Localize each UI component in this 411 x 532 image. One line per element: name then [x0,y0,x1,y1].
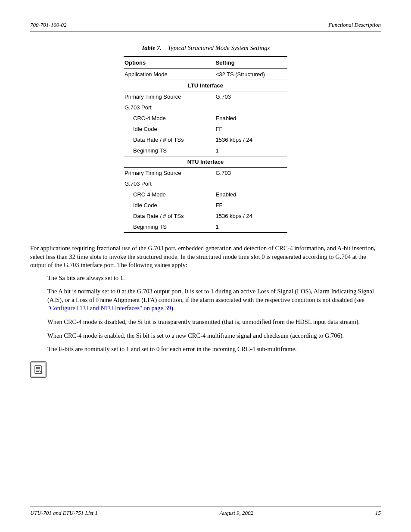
table-row: Primary Timing Source G.703 [124,91,287,103]
footer-product: UTU-701 and ETU-751 List 1 [30,510,98,516]
cell-option: Idle Code [124,200,207,211]
cell-option: Data Rate / # of TSs [124,134,207,145]
bullet-text-b: ). [171,305,174,311]
settings-table: Options Setting Application Mode <32 TS … [124,56,287,233]
table-header-row: Options Setting [124,56,287,69]
paragraph-intro: For applications requiring fractional us… [30,244,381,270]
table-title-text: Typical Structured Mode System Settings [168,44,270,51]
section-label: LTU Interface [124,80,287,91]
cell-option: G.703 Port [124,102,207,113]
table-row: Idle Code FF [124,200,287,211]
cross-reference-link[interactable]: "Configure LTU and NTU Interfaces" on pa… [47,305,171,311]
table-row: Data Rate / # of TSs 1536 kbps / 24 [124,211,287,221]
cell-setting: FF [207,200,287,211]
cell-option: Beginning TS [124,145,207,156]
header-section-title: Functional Description [328,22,381,28]
page-footer: UTU-701 and ETU-751 List 1 August 9, 200… [30,507,381,516]
header-doc-number: 700-701-100-02 [30,22,67,28]
cell-setting: <32 TS (Structured) [207,69,287,80]
table-row: Data Rate / # of TSs 1536 kbps / 24 [124,134,287,145]
table-row: Idle Code FF [124,124,287,134]
cell-option: Primary Timing Source [124,91,207,103]
cell-setting: G.703 [207,91,287,103]
cell-setting [207,178,287,189]
table-row: CRC-4 Mode Enabled [124,189,287,200]
cell-setting: FF [207,124,287,134]
list-item: When CRC-4 mode is enabled, the Si bit i… [47,332,381,340]
list-item: The A bit is normally set to 0 at the G.… [47,287,381,313]
values-list: The Sa bits are always set to 1. The A b… [30,274,381,354]
cell-setting: 1 [207,221,287,233]
cell-option: CRC-4 Mode [124,113,207,124]
cell-option: Idle Code [124,124,207,134]
list-item: When CRC-4 mode is disabled, the Si bit … [47,318,381,327]
table-row: Primary Timing Source G.703 [124,168,287,179]
table-row: Beginning TS 1 [124,145,287,156]
table-row: Application Mode <32 TS (Structured) [124,69,287,80]
table-label: Table 7. [141,44,162,51]
cell-setting [207,102,287,113]
cell-setting: 1536 kbps / 24 [207,211,287,221]
cell-option: Data Rate / # of TSs [124,211,207,221]
table-row: G.703 Port [124,178,287,189]
cell-option: G.703 Port [124,178,207,189]
cell-setting: Enabled [207,189,287,200]
cell-option: Application Mode [124,69,207,80]
cell-setting: 1 [207,145,287,156]
table-7: Table 7. Typical Structured Mode System … [124,44,287,233]
section-ltu-interface: LTU Interface [124,80,287,91]
list-item: The Sa bits are always set to 1. [47,274,381,283]
note-icon [30,361,47,378]
section-label: NTU Interface [124,156,287,168]
footer-page-number: 15 [375,510,381,516]
cell-option: CRC-4 Mode [124,189,207,200]
table-row: Beginning TS 1 [124,221,287,233]
cell-setting: Enabled [207,113,287,124]
table-row: G.703 Port [124,102,287,113]
table-caption: Table 7. Typical Structured Mode System … [124,44,287,52]
col-setting: Setting [207,56,287,69]
cell-setting: 1536 kbps / 24 [207,134,287,145]
svg-rect-0 [35,366,41,373]
list-item: The E-bits are nominally set to 1 and se… [47,345,381,354]
table-row: CRC-4 Mode Enabled [124,113,287,124]
bullet-text-a: The A bit is normally set to 0 at the G.… [47,288,374,303]
cell-setting: G.703 [207,168,287,179]
footer-date: August 9, 2002 [220,510,253,516]
section-ntu-interface: NTU Interface [124,156,287,168]
page-header: 700-701-100-02 Functional Description [30,22,381,31]
cell-option: Beginning TS [124,221,207,233]
cell-option: Primary Timing Source [124,168,207,179]
col-options: Options [124,56,207,69]
